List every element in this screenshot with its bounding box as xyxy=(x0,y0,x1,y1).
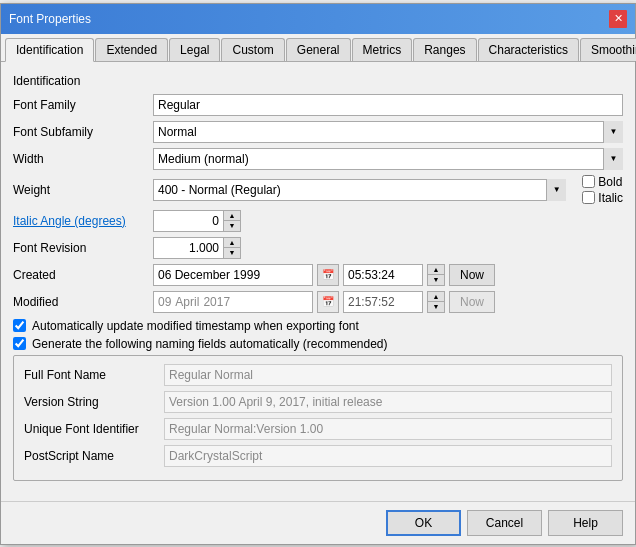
full-font-name-row: Full Font Name xyxy=(24,364,612,386)
weight-label: Weight xyxy=(13,183,153,197)
font-subfamily-select[interactable]: Normal Bold Italic Bold Italic xyxy=(153,121,623,143)
width-select-wrapper: Medium (normal) Ultra-condensed Extra-co… xyxy=(153,148,623,170)
modified-date-row: 09 April 2017 📅 ▲ ▼ Now xyxy=(153,291,495,313)
italic-angle-spinner: ▲ ▼ xyxy=(153,210,241,232)
bold-label: Bold xyxy=(598,175,622,189)
weight-select-wrapper: 400 - Normal (Regular) 100 - Thin 200 - … xyxy=(153,179,566,201)
created-now-button[interactable]: Now xyxy=(449,264,495,286)
unique-font-id-label: Unique Font Identifier xyxy=(24,422,164,436)
tab-content: Identification Font Family Font Subfamil… xyxy=(1,62,635,497)
modified-time-up-button[interactable]: ▲ xyxy=(428,292,444,303)
full-font-name-label: Full Font Name xyxy=(24,368,164,382)
font-subfamily-select-wrapper: Normal Bold Italic Bold Italic ▼ xyxy=(153,121,623,143)
bold-italic-area: Bold Italic xyxy=(574,175,623,205)
auto-generate-checkbox[interactable] xyxy=(13,337,26,350)
italic-label: Italic xyxy=(598,191,623,205)
modified-day: 09 xyxy=(158,295,171,309)
font-revision-row: Font Revision ▲ ▼ xyxy=(13,237,623,259)
help-button[interactable]: Help xyxy=(548,510,623,536)
font-properties-dialog: Font Properties ✕ Identification Extende… xyxy=(0,3,636,545)
weight-row: Weight 400 - Normal (Regular) 100 - Thin… xyxy=(13,175,623,205)
modified-calendar-icon[interactable]: 📅 xyxy=(317,291,339,313)
unique-font-id-row: Unique Font Identifier xyxy=(24,418,612,440)
created-date-row: 📅 ▲ ▼ Now xyxy=(153,264,495,286)
auto-generate-text: Generate the following naming fields aut… xyxy=(32,337,388,351)
weight-select[interactable]: 400 - Normal (Regular) 100 - Thin 200 - … xyxy=(153,179,566,201)
version-string-label: Version String xyxy=(24,395,164,409)
auto-update-label[interactable]: Automatically update modified timestamp … xyxy=(13,319,623,333)
version-string-input[interactable] xyxy=(164,391,612,413)
cancel-button[interactable]: Cancel xyxy=(467,510,542,536)
full-font-name-input[interactable] xyxy=(164,364,612,386)
bold-checkbox-label[interactable]: Bold xyxy=(582,175,623,189)
font-revision-up-button[interactable]: ▲ xyxy=(224,238,240,249)
tab-custom[interactable]: Custom xyxy=(221,38,284,61)
section-label: Identification xyxy=(13,74,623,88)
italic-angle-row: Italic Angle (degrees) ▲ ▼ xyxy=(13,210,623,232)
modified-time-down-button[interactable]: ▼ xyxy=(428,302,444,312)
tab-extended[interactable]: Extended xyxy=(95,38,168,61)
font-family-input[interactable] xyxy=(153,94,623,116)
font-revision-spinner-buttons: ▲ ▼ xyxy=(223,237,241,259)
italic-angle-down-button[interactable]: ▼ xyxy=(224,221,240,231)
title-bar: Font Properties ✕ xyxy=(1,4,635,34)
modified-now-button[interactable]: Now xyxy=(449,291,495,313)
font-revision-down-button[interactable]: ▼ xyxy=(224,248,240,258)
created-time-down-button[interactable]: ▼ xyxy=(428,275,444,285)
italic-angle-input[interactable] xyxy=(153,210,223,232)
auto-fields-section: Full Font Name Version String Unique Fon… xyxy=(13,355,623,481)
postscript-name-label: PostScript Name xyxy=(24,449,164,463)
tab-ranges[interactable]: Ranges xyxy=(413,38,476,61)
italic-angle-label[interactable]: Italic Angle (degrees) xyxy=(13,214,153,228)
postscript-name-row: PostScript Name xyxy=(24,445,612,467)
italic-angle-up-button[interactable]: ▲ xyxy=(224,211,240,222)
created-time-spinner-buttons: ▲ ▼ xyxy=(427,264,445,286)
auto-generate-label[interactable]: Generate the following naming fields aut… xyxy=(13,337,623,351)
font-revision-label: Font Revision xyxy=(13,241,153,255)
tab-general[interactable]: General xyxy=(286,38,351,61)
tab-legal[interactable]: Legal xyxy=(169,38,220,61)
modified-year: 2017 xyxy=(203,295,230,309)
tab-characteristics[interactable]: Characteristics xyxy=(478,38,579,61)
created-date-input[interactable] xyxy=(153,264,313,286)
modified-time-spinner-buttons: ▲ ▼ xyxy=(427,291,445,313)
created-time-up-button[interactable]: ▲ xyxy=(428,265,444,276)
font-family-row: Font Family xyxy=(13,94,623,116)
auto-update-checkbox[interactable] xyxy=(13,319,26,332)
italic-checkbox-label[interactable]: Italic xyxy=(582,191,623,205)
modified-month: April xyxy=(175,295,199,309)
font-family-label: Font Family xyxy=(13,98,153,112)
width-row: Width Medium (normal) Ultra-condensed Ex… xyxy=(13,148,623,170)
postscript-name-input[interactable] xyxy=(164,445,612,467)
font-subfamily-row: Font Subfamily Normal Bold Italic Bold I… xyxy=(13,121,623,143)
font-revision-input[interactable] xyxy=(153,237,223,259)
italic-checkbox[interactable] xyxy=(582,191,595,204)
italic-angle-spinner-buttons: ▲ ▼ xyxy=(223,210,241,232)
auto-checkboxes-section: Automatically update modified timestamp … xyxy=(13,319,623,351)
modified-label: Modified xyxy=(13,295,153,309)
tab-metrics[interactable]: Metrics xyxy=(352,38,413,61)
tab-smoothing[interactable]: Smoothing xyxy=(580,38,636,61)
created-time-input[interactable] xyxy=(343,264,423,286)
calendar-icon[interactable]: 📅 xyxy=(317,264,339,286)
auto-update-text: Automatically update modified timestamp … xyxy=(32,319,359,333)
width-select[interactable]: Medium (normal) Ultra-condensed Extra-co… xyxy=(153,148,623,170)
unique-font-id-input[interactable] xyxy=(164,418,612,440)
created-label: Created xyxy=(13,268,153,282)
created-row: Created 📅 ▲ ▼ Now xyxy=(13,264,623,286)
version-string-row: Version String xyxy=(24,391,612,413)
bottom-buttons: OK Cancel Help xyxy=(1,501,635,544)
tab-identification[interactable]: Identification xyxy=(5,38,94,62)
bold-checkbox[interactable] xyxy=(582,175,595,188)
modified-date-wrapper: 09 April 2017 xyxy=(153,291,313,313)
width-label: Width xyxy=(13,152,153,166)
tab-bar: Identification Extended Legal Custom Gen… xyxy=(1,34,635,62)
modified-row: Modified 09 April 2017 📅 ▲ ▼ Now xyxy=(13,291,623,313)
close-button[interactable]: ✕ xyxy=(609,10,627,28)
font-revision-spinner: ▲ ▼ xyxy=(153,237,241,259)
font-subfamily-label: Font Subfamily xyxy=(13,125,153,139)
modified-time-input[interactable] xyxy=(343,291,423,313)
dialog-title: Font Properties xyxy=(9,12,91,26)
ok-button[interactable]: OK xyxy=(386,510,461,536)
